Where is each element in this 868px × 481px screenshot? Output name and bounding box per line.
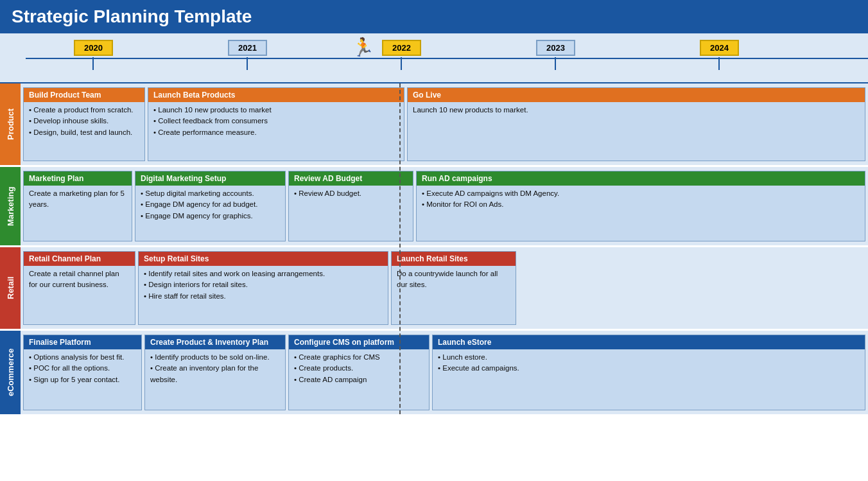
card-header-digital-marketing: Digital Marketing Setup: [135, 171, 285, 186]
timeline-line: [26, 58, 868, 59]
card-body-review-ad-budget: Review AD budget.: [289, 186, 413, 202]
card-body-setup-retail-sites: Identify retail sites and work on leasin…: [139, 266, 388, 304]
card-digital-marketing: Digital Marketing Setup Setup digital ma…: [135, 171, 286, 241]
card-body-retail-channel-plan: Create a retail channel plan for our cur…: [24, 266, 135, 293]
year-2021: 2021: [228, 40, 267, 70]
page-header: Strategic Planning Template: [0, 0, 868, 33]
card-body-configure-cms: Create graphics for CMS Create products.…: [289, 349, 429, 388]
card-body-launch-beta: Launch 10 new products to market Collect…: [148, 102, 404, 141]
retail-section: Retail Retail Channel Plan Create a reta…: [0, 247, 868, 331]
card-body-run-ad-campaigns: Execute AD campaigns with DM Agency. Mon…: [417, 186, 865, 213]
card-launch-beta: Launch Beta Products Launch 10 new produ…: [148, 87, 404, 161]
retail-label: Retail: [0, 247, 21, 329]
card-header-setup-retail-sites: Setup Retail Sites: [139, 252, 388, 266]
card-review-ad-budget: Review AD Budget Review AD budget.: [288, 171, 413, 241]
year-badge-2024: 2024: [700, 40, 739, 56]
card-header-create-product-inventory: Create Product & Inventory Plan: [145, 335, 285, 349]
card-header-run-ad-campaigns: Run AD campaigns: [417, 171, 865, 186]
card-body-launch-retail-sites: Do a countrywide launch for all our site…: [392, 266, 516, 293]
card-body-create-product-inventory: Identify products to be sold on-line. Cr…: [145, 349, 285, 388]
card-header-launch-beta: Launch Beta Products: [148, 88, 404, 102]
card-header-retail-channel-plan: Retail Channel Plan: [24, 252, 135, 266]
timeline-row: 2020 2021 2022 2023 2024 🏃: [0, 33, 868, 83]
card-go-live: Go Live Launch 10 new products to market…: [407, 87, 865, 161]
ecommerce-label: eCommerce: [0, 331, 21, 414]
card-header-marketing-plan: Marketing Plan: [24, 171, 132, 186]
product-label: Product: [0, 83, 21, 165]
card-run-ad-campaigns: Run AD campaigns Execute AD campaigns wi…: [416, 171, 865, 241]
year-badge-2020: 2020: [74, 40, 113, 56]
card-build-product-team: Build Product Team Create a product from…: [23, 87, 145, 161]
ecommerce-section: eCommerce Finalise Platform Options anal…: [0, 331, 868, 414]
marketing-label: Marketing: [0, 167, 21, 245]
card-header-go-live: Go Live: [408, 88, 865, 102]
card-header-launch-retail-sites: Launch Retail Sites: [392, 252, 516, 266]
year-badge-2021: 2021: [228, 40, 267, 56]
year-2024: 2024: [700, 40, 739, 70]
card-header-review-ad-budget: Review AD Budget: [289, 171, 413, 186]
card-header-configure-cms: Configure CMS on platform: [289, 335, 429, 349]
page-title: Strategic Planning Template: [12, 6, 252, 27]
year-badge-2022: 2022: [382, 40, 421, 56]
card-body-build-product-team: Create a product from scratch. Develop i…: [24, 102, 144, 141]
marketing-section: Marketing Marketing Plan Create a market…: [0, 167, 868, 247]
year-2023: 2023: [536, 40, 575, 70]
card-body-digital-marketing: Setup digital marketing accounts. Engage…: [135, 186, 285, 224]
runner-icon: 🏃: [352, 37, 374, 58]
year-2020: 2020: [74, 40, 113, 70]
card-configure-cms: Configure CMS on platform Create graphic…: [288, 335, 430, 410]
card-body-finalise-platform: Options analysis for best fit. POC for a…: [24, 349, 141, 388]
card-header-finalise-platform: Finalise Platform: [24, 335, 141, 349]
card-body-marketing-plan: Create a marketing plan for 5 years.: [24, 186, 132, 213]
card-create-product-inventory: Create Product & Inventory Plan Identify…: [144, 335, 286, 410]
card-header-build-product-team: Build Product Team: [24, 88, 144, 102]
card-setup-retail-sites: Setup Retail Sites Identify retail sites…: [138, 251, 388, 325]
year-badge-2023: 2023: [536, 40, 575, 56]
year-2022: 2022: [382, 40, 421, 70]
card-launch-retail-sites: Launch Retail Sites Do a countrywide lau…: [391, 251, 516, 325]
card-launch-estore: Launch eStore Lunch estore. Execute ad c…: [432, 335, 865, 410]
card-finalise-platform: Finalise Platform Options analysis for b…: [23, 335, 142, 410]
product-section: Product Build Product Team Create a prod…: [0, 83, 868, 167]
card-body-launch-estore: Lunch estore. Execute ad campaigns.: [433, 349, 865, 377]
card-body-go-live: Launch 10 new products to market.: [408, 102, 865, 118]
card-marketing-plan: Marketing Plan Create a marketing plan f…: [23, 171, 132, 241]
card-retail-channel-plan: Retail Channel Plan Create a retail chan…: [23, 251, 135, 325]
card-header-launch-estore: Launch eStore: [433, 335, 865, 349]
